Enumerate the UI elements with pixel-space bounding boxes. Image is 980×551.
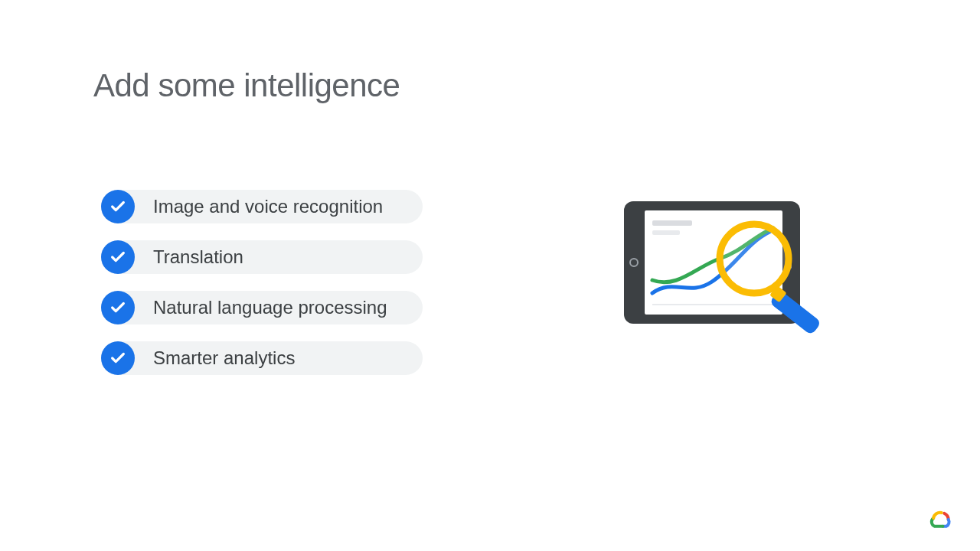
check-icon xyxy=(101,341,135,375)
tablet-analytics-illustration xyxy=(612,190,842,366)
check-icon xyxy=(101,190,135,223)
check-icon xyxy=(101,240,135,274)
feature-item: Natural language processing xyxy=(101,291,423,324)
feature-item: Smarter analytics xyxy=(101,341,423,375)
feature-label: Image and voice recognition xyxy=(153,196,383,217)
svg-rect-5 xyxy=(652,230,680,235)
feature-label: Natural language processing xyxy=(153,297,387,318)
feature-list: Image and voice recognition Translation … xyxy=(101,190,423,375)
svg-point-7 xyxy=(720,224,789,293)
svg-rect-4 xyxy=(652,220,692,226)
slide-title: Add some intelligence xyxy=(93,67,400,104)
google-cloud-logo-icon xyxy=(928,508,952,530)
feature-label: Translation xyxy=(153,246,243,268)
feature-item: Image and voice recognition xyxy=(101,190,423,223)
check-icon xyxy=(101,291,135,324)
feature-item: Translation xyxy=(101,240,423,274)
feature-label: Smarter analytics xyxy=(153,347,295,369)
